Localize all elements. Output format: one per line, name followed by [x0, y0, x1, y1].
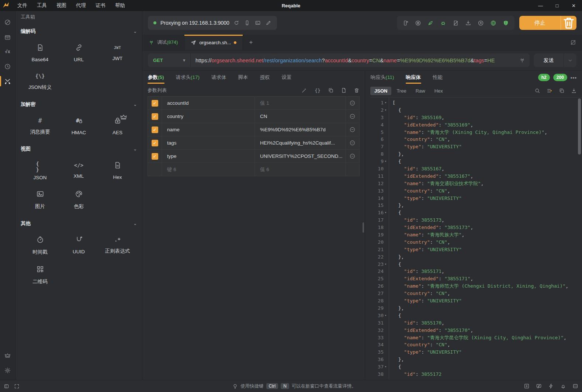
tool-二维码[interactable]: 二维码 — [21, 265, 59, 285]
drop-icon[interactable] — [478, 20, 484, 26]
param-checkbox[interactable]: ✓ — [148, 110, 162, 123]
menu-文件[interactable]: 文件 — [13, 0, 32, 11]
tool-AES[interactable]: AES — [98, 117, 137, 135]
response-tab-响应头[interactable]: 响应头(11) — [370, 71, 395, 84]
remove-param-icon[interactable] — [345, 97, 359, 110]
more-options-icon[interactable]: ••• — [571, 75, 577, 80]
notifications-bell-icon[interactable] — [560, 383, 566, 389]
rail-item-settings-gear[interactable] — [0, 363, 15, 378]
bug-icon[interactable] — [440, 20, 446, 26]
tool-JSON[interactable]: { } JSON — [21, 161, 59, 180]
rail-item-formula[interactable]: √x — [0, 44, 15, 59]
tool-URL[interactable]: URL — [59, 44, 98, 62]
remove-param-icon[interactable] — [345, 136, 359, 149]
capture-signal-icon[interactable] — [519, 58, 530, 63]
toggle-sidebar-icon[interactable] — [4, 384, 9, 389]
param-value[interactable]: HEI%2Cqualifying_hs%2Cqualif... — [254, 136, 345, 149]
terminal-icon[interactable] — [255, 20, 261, 26]
param-checkbox[interactable]: ✓ — [148, 150, 162, 163]
send-button[interactable]: 发送 — [534, 53, 576, 67]
param-value[interactable]: 值 1 — [254, 97, 345, 110]
tool-Base64[interactable]: B Base64 — [21, 44, 59, 62]
tool-正则表达式[interactable]: .* 正则表达式 — [98, 236, 137, 256]
request-scrollbar[interactable] — [363, 222, 364, 233]
new-document-icon[interactable] — [341, 87, 347, 93]
device-x-icon[interactable] — [402, 20, 409, 26]
rail-item-collections[interactable] — [0, 30, 15, 44]
tool-XML[interactable]: </> XML — [59, 161, 98, 180]
pencil-icon[interactable] — [266, 20, 271, 26]
menu-视图[interactable]: 视图 — [52, 0, 71, 11]
request-tab-设置[interactable]: 设置 — [281, 71, 292, 84]
toolbox-section-header[interactable]: 其他⌄ — [21, 218, 137, 229]
rail-item-history[interactable] — [0, 59, 15, 74]
rail-item-upgrade-crown[interactable] — [0, 348, 15, 363]
tool-Hex[interactable]: H Hex — [98, 161, 137, 180]
menu-帮助[interactable]: 帮助 — [110, 0, 130, 11]
view-tab-Hex[interactable]: Hex — [430, 87, 447, 95]
tool-图片[interactable]: 图片 — [21, 190, 59, 210]
proxy-status-pill[interactable]: Proxying on 192.168.1.3:9000 — [148, 16, 277, 30]
response-scrollbar[interactable] — [578, 98, 581, 155]
menu-证书[interactable]: 证书 — [91, 0, 110, 11]
magic-wand-icon[interactable] — [301, 87, 307, 93]
rail-item-traffic[interactable] — [0, 15, 15, 30]
param-checkbox[interactable]: ✓ — [148, 136, 162, 149]
menu-代理[interactable]: 代理 — [71, 0, 91, 11]
param-checkbox[interactable]: ✓ — [148, 97, 162, 110]
tab-orgsearch-session[interactable]: orgsearch.sh... — [184, 35, 243, 50]
delete-all-icon[interactable] — [354, 87, 360, 93]
quick-actions-icon[interactable] — [548, 383, 554, 389]
phone-icon[interactable] — [244, 20, 250, 26]
url-input[interactable]: https://orgsearch.sheerid.net/rest/organ… — [191, 58, 519, 63]
tool-消息摘要[interactable]: # 消息摘要 — [21, 117, 59, 135]
param-checkbox[interactable]: ✓ — [148, 123, 162, 136]
split-layout-icon[interactable] — [572, 383, 578, 389]
copy-icon[interactable] — [328, 87, 334, 93]
ssl-lock-icon[interactable] — [415, 20, 421, 26]
request-tab-授权[interactable]: 授权 — [260, 71, 270, 84]
toolbox-section-header[interactable]: 视图⌄ — [21, 143, 137, 155]
method-dropdown[interactable]: GET ▾ — [148, 53, 191, 67]
toolbox-section-header[interactable]: 编解码⌄ — [21, 26, 137, 37]
shield-icon[interactable] — [503, 20, 509, 26]
rail-item-toolbox[interactable] — [0, 74, 15, 89]
new-tab-button[interactable]: + — [243, 35, 259, 50]
param-value[interactable]: CN — [254, 110, 345, 123]
install-cert-icon[interactable] — [465, 20, 471, 26]
clear-trash-icon[interactable] — [561, 16, 576, 30]
stop-button[interactable]: 停止 — [519, 16, 576, 30]
remove-param-icon[interactable] — [345, 150, 359, 163]
request-tab-脚本[interactable]: 脚本 — [238, 71, 249, 84]
search-icon[interactable] — [534, 88, 540, 94]
request-tab-请求体[interactable]: 请求体 — [211, 71, 227, 84]
param-key[interactable]: country — [162, 110, 254, 123]
braces-view-icon[interactable]: {} — [314, 87, 321, 93]
feedback-icon[interactable] — [536, 383, 542, 389]
send-options-chevron-icon[interactable] — [564, 58, 576, 63]
view-tab-JSON[interactable]: JSON — [370, 87, 391, 95]
release-notes-icon[interactable] — [524, 383, 530, 389]
param-value[interactable]: UNIVERSITY%2CPOST_SECOND... — [254, 150, 345, 163]
tool-时间戳[interactable]: 时间戳 — [21, 236, 59, 256]
download-icon[interactable] — [571, 88, 577, 94]
remove-param-icon[interactable] — [345, 123, 359, 136]
param-value[interactable]: %E9%9D%92%E6%B5%B7d — [254, 123, 345, 136]
doc-slash-icon[interactable] — [453, 20, 459, 26]
param-key[interactable]: type — [162, 150, 254, 163]
close-button[interactable]: ✕ — [565, 0, 582, 11]
tool-UUID[interactable]: UUID — [59, 236, 98, 256]
tool-HMAC[interactable]: # HMAC — [59, 117, 98, 135]
tool-JSON转义[interactable]: {\} JSON转义 — [21, 72, 59, 91]
param-key[interactable]: name — [162, 123, 254, 136]
hide-preview-icon[interactable] — [570, 35, 582, 50]
network-globe-icon[interactable] — [490, 20, 496, 26]
remove-param-icon[interactable] — [345, 110, 359, 123]
minimize-button[interactable]: — — [532, 0, 549, 11]
tool-JWT[interactable]: JWT JWT — [98, 44, 137, 62]
refresh-icon[interactable] — [233, 20, 239, 26]
pen-icon[interactable] — [427, 20, 434, 26]
param-key[interactable]: tags — [162, 136, 254, 149]
toolbox-section-header[interactable]: 加解密⌄ — [21, 99, 137, 110]
menu-工具[interactable]: 工具 — [32, 0, 52, 11]
